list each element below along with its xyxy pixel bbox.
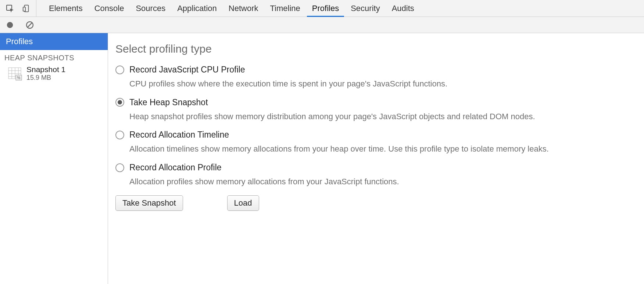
profiles-content: Select profiling type Record JavaScript …: [108, 33, 644, 284]
tab-application[interactable]: Application: [171, 0, 223, 17]
tab-console[interactable]: Console: [89, 0, 130, 17]
option-label: Take Heap Snapshot: [129, 97, 208, 107]
option-label: Record JavaScript CPU Profile: [129, 65, 245, 75]
clear-icon[interactable]: [25, 20, 35, 30]
option-heap-snapshot[interactable]: Take Heap Snapshot Heap snapshot profile…: [115, 97, 637, 122]
tab-label: Security: [351, 4, 380, 13]
radio-icon[interactable]: [115, 131, 124, 139]
tab-sources[interactable]: Sources: [130, 0, 171, 17]
tab-label: Console: [94, 4, 124, 13]
tab-label: Sources: [136, 4, 165, 13]
devtools-tabbar: Elements Console Sources Application Net…: [0, 0, 644, 17]
tab-profiles[interactable]: Profiles: [306, 0, 345, 17]
sidebar-item-snapshot[interactable]: % Snapshot 1 15.9 MB: [0, 64, 108, 83]
option-label: Record Allocation Profile: [129, 163, 222, 173]
option-desc: Heap snapshot profiles show memory distr…: [129, 111, 637, 122]
toggle-device-icon[interactable]: [21, 4, 31, 13]
tab-elements[interactable]: Elements: [43, 0, 89, 17]
option-desc: CPU profiles show where the execution ti…: [129, 78, 637, 89]
tab-network[interactable]: Network: [223, 0, 264, 17]
profiles-split: Profiles HEAP SNAPSHOTS % Snapshot 1: [0, 33, 644, 284]
option-desc: Allocation profiles show memory allocati…: [129, 176, 637, 187]
tab-timeline[interactable]: Timeline: [264, 0, 306, 17]
tab-label: Timeline: [270, 4, 300, 13]
tab-security[interactable]: Security: [345, 0, 386, 17]
load-button[interactable]: Load: [227, 195, 259, 211]
tab-label: Elements: [49, 4, 83, 13]
tabbar-icon-group: [0, 0, 36, 17]
profiles-sidebar: Profiles HEAP SNAPSHOTS % Snapshot 1: [0, 33, 108, 284]
tab-label: Audits: [392, 4, 414, 13]
sidebar-item-title: Snapshot 1: [26, 65, 65, 74]
radio-icon[interactable]: [115, 65, 124, 74]
tab-label: Network: [229, 4, 258, 13]
svg-rect-2: [23, 7, 25, 11]
sidebar-group-label: HEAP SNAPSHOTS: [0, 50, 108, 64]
content-actions: Take Snapshot Load: [115, 195, 637, 211]
option-allocation-timeline[interactable]: Record Allocation Timeline Allocation ti…: [115, 130, 637, 155]
devtools-tabs: Elements Console Sources Application Net…: [36, 0, 420, 17]
record-icon[interactable]: [5, 20, 15, 30]
sidebar-item-sub: 15.9 MB: [26, 74, 65, 82]
sidebar-header[interactable]: Profiles: [0, 33, 108, 50]
tab-audits[interactable]: Audits: [386, 0, 420, 17]
radio-icon[interactable]: [115, 98, 124, 107]
option-head: Record Allocation Profile: [115, 163, 637, 173]
sidebar-item-meta: Snapshot 1 15.9 MB: [26, 65, 65, 82]
option-cpu-profile[interactable]: Record JavaScript CPU Profile CPU profil…: [115, 65, 637, 89]
content-title: Select profiling type: [115, 43, 637, 55]
take-snapshot-button[interactable]: Take Snapshot: [115, 195, 183, 211]
svg-text:%: %: [17, 76, 21, 80]
svg-line-5: [28, 23, 32, 27]
option-head: Record JavaScript CPU Profile: [115, 65, 637, 75]
tab-label: Application: [177, 4, 217, 13]
inspect-element-icon[interactable]: [5, 4, 15, 13]
option-head: Record Allocation Timeline: [115, 130, 637, 140]
option-head: Take Heap Snapshot: [115, 97, 637, 107]
option-allocation-profile[interactable]: Record Allocation Profile Allocation pro…: [115, 163, 637, 187]
radio-icon[interactable]: [115, 163, 124, 172]
option-label: Record Allocation Timeline: [129, 130, 229, 140]
option-desc: Allocation timelines show memory allocat…: [129, 143, 637, 155]
svg-point-3: [7, 22, 13, 28]
profiles-toolbar: [0, 17, 644, 33]
tab-label: Profiles: [312, 4, 339, 13]
heap-snapshot-icon: %: [7, 66, 22, 81]
